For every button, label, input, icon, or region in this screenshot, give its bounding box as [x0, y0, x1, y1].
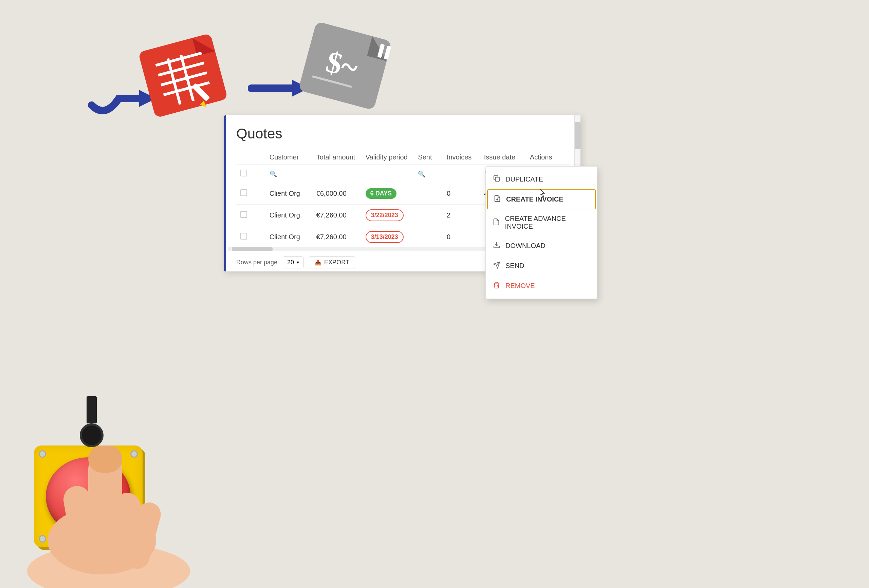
remove-label: REMOVE — [506, 282, 535, 290]
amount-cell-2: €7,260.00 — [312, 204, 362, 226]
svg-point-27 — [47, 507, 156, 575]
svg-rect-23 — [88, 446, 122, 472]
create-advance-invoice-icon — [492, 218, 500, 227]
customer-cell-1: Client Org — [265, 183, 312, 204]
create-invoice-icon — [493, 195, 501, 204]
dropdown-item-duplicate[interactable]: DUPLICATE — [486, 169, 597, 189]
dropdown-item-download[interactable]: DOWNLOAD — [486, 236, 597, 256]
amount-cell-1: €6,000.00 — [312, 183, 362, 204]
col-header-search — [252, 150, 265, 165]
actions-dropdown: DUPLICATE CREATE INVOICE CREATE ADVANCE … — [485, 166, 598, 299]
col-header-amount: Total amount — [312, 150, 362, 165]
duplicate-icon — [492, 175, 501, 184]
col-header-validity: Validity period — [362, 150, 414, 165]
validity-badge-3: 3/13/2023 — [366, 231, 403, 243]
dropdown-item-create-advance-invoice[interactable]: CREATE ADVANCE INVOICE — [486, 209, 597, 236]
mouse-cursor — [540, 189, 548, 200]
row-checkbox-1[interactable] — [240, 189, 247, 196]
panel-title: Quotes — [236, 126, 570, 142]
create-invoice-label: CREATE INVOICE — [506, 196, 564, 203]
validity-cell-2: 3/22/2023 — [362, 204, 414, 226]
validity-badge-1: 6 DAYS — [366, 188, 396, 199]
remove-icon — [492, 281, 501, 290]
customer-cell-3: Client Org — [265, 226, 312, 248]
customer-cell-2: Client Org — [265, 204, 312, 226]
sent-cell-1 — [414, 183, 442, 204]
hand-illustration — [13, 351, 231, 588]
export-button[interactable]: 📤 EXPORT — [309, 256, 355, 268]
send-label: SEND — [506, 262, 525, 270]
col-header-actions: Actions — [526, 150, 570, 165]
sent-cell-2 — [414, 204, 442, 226]
validity-cell-3: 3/13/2023 — [362, 226, 414, 248]
row-checkbox-3[interactable] — [240, 233, 247, 240]
chevron-down-icon: ▾ — [297, 259, 299, 265]
select-all-checkbox[interactable] — [240, 170, 247, 176]
col-header-customer: Customer — [265, 150, 312, 165]
invoices-cell-1: 0 — [443, 183, 480, 204]
col-header-checkbox — [236, 150, 252, 165]
row-checkbox-2[interactable] — [240, 211, 247, 218]
validity-badge-2: 3/22/2023 — [366, 209, 403, 221]
sent-search-icon[interactable]: 🔍 — [418, 171, 425, 178]
amount-cell-3: €7,260.00 — [312, 226, 362, 248]
spreadsheet-icon — [136, 31, 237, 122]
sent-cell-3 — [414, 226, 442, 248]
scrollbar-thumb[interactable] — [232, 247, 273, 251]
col-header-sent: Sent — [414, 150, 442, 165]
send-icon — [492, 261, 501, 270]
invoice-icon: $~ — [295, 17, 397, 119]
svg-rect-28 — [495, 177, 499, 181]
dropdown-item-remove[interactable]: REMOVE — [486, 276, 597, 296]
customer-search-icon[interactable]: 🔍 — [270, 171, 277, 178]
create-advance-invoice-label: CREATE ADVANCE INVOICE — [505, 215, 590, 230]
rows-per-page-select[interactable]: 20 ▾ — [283, 256, 304, 268]
col-header-invoices: Invoices — [443, 150, 480, 165]
col-header-issuedate: Issue date — [480, 150, 526, 165]
scrollbar-thumb-v[interactable] — [575, 122, 580, 149]
svg-rect-1 — [138, 33, 228, 118]
export-icon: 📤 — [315, 259, 322, 266]
svg-marker-34 — [540, 189, 544, 197]
invoices-cell-2: 2 — [443, 204, 480, 226]
duplicate-label: DUPLICATE — [506, 175, 543, 183]
validity-cell-1: 6 DAYS — [362, 183, 414, 204]
rows-per-page-label: Rows per page — [236, 259, 277, 266]
dropdown-item-send[interactable]: SEND — [486, 256, 597, 276]
download-label: DOWNLOAD — [506, 242, 546, 250]
invoices-cell-3: 0 — [443, 226, 480, 248]
download-icon — [492, 241, 501, 250]
